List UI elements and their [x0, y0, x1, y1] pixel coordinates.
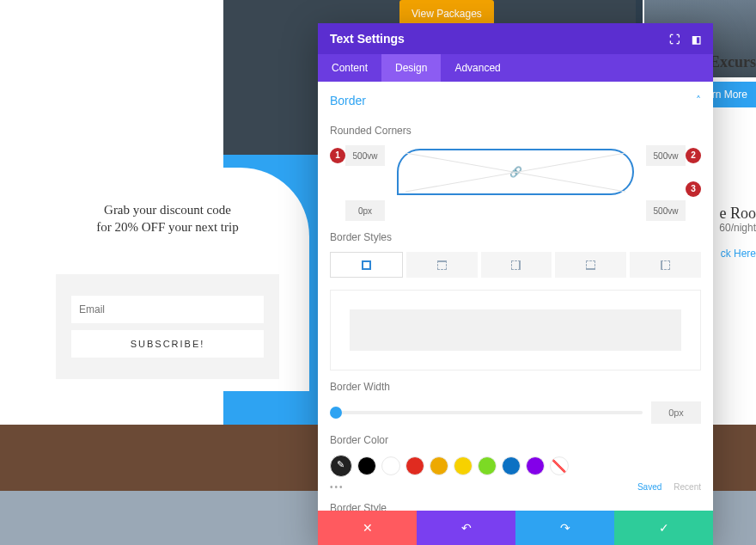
swatch-blue[interactable] [502, 456, 521, 475]
panel-title: Text Settings [330, 32, 405, 46]
discount-card: Grab your discount code for 20% OFF your… [26, 168, 309, 391]
room-heading: e Roo [720, 205, 757, 223]
annotation-badge-2: 2 [686, 148, 701, 163]
link-icon[interactable]: 🔗 [509, 166, 522, 178]
click-here-link[interactable]: ck Here [721, 248, 756, 260]
cancel-button[interactable]: ✕ [318, 511, 417, 545]
border-style-right[interactable] [481, 252, 552, 278]
tab-design[interactable]: Design [381, 54, 441, 82]
border-style-left[interactable] [630, 252, 701, 278]
border-style-label: Border Style [330, 502, 701, 511]
border-color-label: Border Color [330, 434, 701, 446]
annotation-badge-3: 3 [686, 181, 701, 197]
dock-icon[interactable]: ◧ [692, 34, 701, 46]
redo-button[interactable]: ↷ [515, 511, 614, 545]
swatch-white[interactable] [381, 456, 400, 475]
corner-preview-shape: 🔗 [397, 149, 634, 195]
discount-line2: for 20% OFF your next trip [96, 220, 238, 234]
corner-top-right-input[interactable]: 500vw [646, 145, 686, 166]
corner-bottom-right-input[interactable]: 500vw [646, 200, 686, 221]
expand-icon[interactable]: ⛶ [669, 34, 680, 46]
border-preview [330, 290, 701, 370]
swatch-orange[interactable] [430, 456, 448, 475]
swatch-purple[interactable] [526, 456, 545, 475]
corner-top-left-input[interactable]: 500vw [345, 145, 385, 166]
annotation-badge-1: 1 [330, 148, 345, 163]
swatch-red[interactable] [405, 456, 424, 475]
border-width-value[interactable]: 0px [651, 401, 701, 424]
swatch-tab-recent[interactable]: Recent [674, 482, 701, 492]
text-settings-panel: Text Settings ⛶ ◧ Content Design Advance… [318, 23, 713, 545]
undo-button[interactable]: ↶ [417, 511, 515, 545]
discount-line1: Grab your discount code [104, 203, 231, 217]
room-price: 60/night [719, 222, 756, 234]
section-border-toggle[interactable]: Border ˄ [330, 82, 701, 114]
chevron-up-icon: ˄ [696, 95, 701, 107]
section-border-label: Border [330, 94, 366, 107]
corner-bottom-left-input[interactable]: 0px [345, 200, 385, 221]
border-style-bottom[interactable] [555, 252, 626, 278]
tab-content[interactable]: Content [318, 54, 381, 82]
excursion-heading: Excurs [710, 53, 756, 71]
more-swatches-icon[interactable]: ••• [330, 482, 344, 492]
swatch-tab-saved[interactable]: Saved [637, 482, 662, 492]
border-style-top[interactable] [406, 252, 478, 278]
swatch-none[interactable] [550, 456, 569, 475]
swatch-yellow[interactable] [454, 456, 472, 475]
email-field[interactable] [71, 296, 264, 323]
swatch-black[interactable] [357, 456, 376, 475]
subscribe-button[interactable]: SUBSCRIBE! [71, 330, 264, 358]
border-width-label: Border Width [330, 381, 701, 393]
panel-tabs: Content Design Advanced [318, 54, 713, 82]
tab-advanced[interactable]: Advanced [441, 54, 514, 82]
save-button[interactable]: ✓ [614, 511, 713, 545]
border-width-slider[interactable] [330, 411, 643, 414]
optin-form: SUBSCRIBE! [56, 274, 279, 379]
border-styles-label: Border Styles [330, 231, 701, 243]
rounded-corners-label: Rounded Corners [330, 125, 701, 137]
rounded-corners-control: 1 2 3 500vw 500vw 0px 500vw 🔗 [330, 145, 701, 221]
color-swatches [330, 455, 701, 477]
border-style-all[interactable] [330, 252, 403, 278]
color-picker-button[interactable] [330, 455, 352, 477]
swatch-green[interactable] [478, 456, 497, 475]
